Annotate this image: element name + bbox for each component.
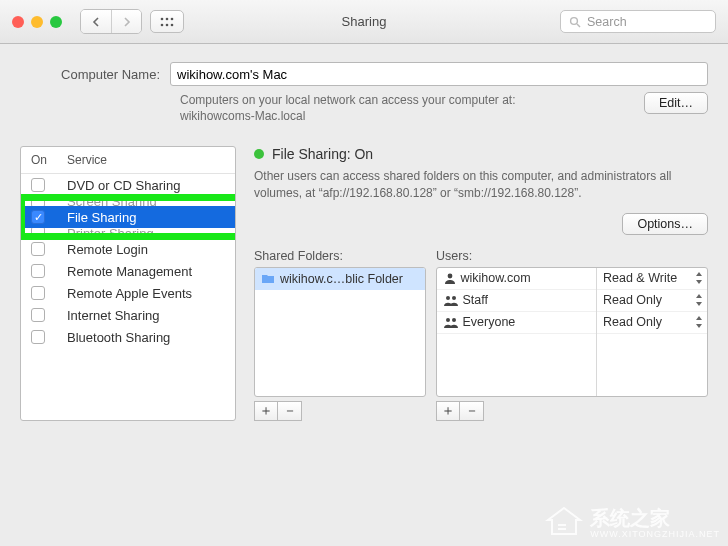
stepper-icon — [695, 294, 703, 306]
search-placeholder: Search — [587, 15, 627, 29]
options-button[interactable]: Options… — [622, 213, 708, 235]
service-list[interactable]: On Service DVD or CD Sharing Screen Shar… — [20, 146, 236, 420]
minimize-button[interactable] — [31, 16, 43, 28]
svg-point-0 — [161, 17, 164, 20]
svg-point-4 — [166, 23, 169, 26]
group-icon — [443, 294, 459, 306]
svg-point-6 — [571, 17, 578, 24]
house-icon — [544, 504, 584, 540]
shared-folders-label: Shared Folders: — [254, 249, 426, 263]
add-user-button[interactable]: ＋ — [436, 401, 460, 421]
checkbox[interactable] — [31, 242, 45, 256]
computer-name-help: Computers on your local network can acce… — [180, 92, 634, 124]
status-description: Other users can access shared folders on… — [254, 168, 708, 200]
service-row-remote-management[interactable]: Remote Management — [21, 260, 235, 282]
titlebar: Sharing Search — [0, 0, 728, 44]
detail-pane: File Sharing: On Other users can access … — [254, 146, 708, 420]
svg-point-2 — [171, 17, 174, 20]
users-label: Users: — [436, 249, 708, 263]
svg-point-5 — [171, 23, 174, 26]
svg-point-3 — [161, 23, 164, 26]
svg-point-10 — [452, 296, 456, 300]
svg-line-7 — [577, 24, 580, 27]
service-list-header: On Service — [21, 147, 235, 174]
nav-group — [80, 9, 142, 34]
service-row-dvd[interactable]: DVD or CD Sharing — [21, 174, 235, 196]
service-row-bluetooth-sharing[interactable]: Bluetooth Sharing — [21, 326, 235, 348]
list-item[interactable]: Staff — [437, 290, 596, 312]
service-row-internet-sharing[interactable]: Internet Sharing — [21, 304, 235, 326]
remove-user-button[interactable]: － — [460, 401, 484, 421]
list-item[interactable]: wikihow.c…blic Folder — [255, 268, 425, 290]
svg-rect-14 — [558, 528, 566, 530]
folder-icon — [261, 273, 275, 284]
content: Computer Name: Computers on your local n… — [0, 44, 728, 433]
service-row-file-sharing[interactable]: ✓ File Sharing — [21, 206, 235, 228]
svg-point-1 — [166, 17, 169, 20]
shared-folders-list[interactable]: wikihow.c…blic Folder — [254, 267, 426, 397]
chevron-right-icon — [123, 17, 131, 27]
computer-name-label: Computer Name: — [20, 67, 160, 82]
service-row-printer-sharing[interactable]: Printer Sharing — [21, 228, 235, 238]
permission-select[interactable]: Read Only — [597, 290, 707, 312]
svg-point-8 — [448, 274, 453, 279]
show-all-button[interactable] — [150, 10, 184, 33]
add-folder-button[interactable]: ＋ — [254, 401, 278, 421]
search-icon — [569, 16, 581, 28]
checkbox-checked[interactable]: ✓ — [31, 210, 45, 224]
user-icon — [443, 272, 457, 284]
permission-select[interactable]: Read Only — [597, 312, 707, 334]
stepper-icon — [695, 316, 703, 328]
svg-point-11 — [446, 318, 450, 322]
checkbox[interactable] — [31, 286, 45, 300]
service-row-remote-apple-events[interactable]: Remote Apple Events — [21, 282, 235, 304]
group-icon — [443, 316, 459, 328]
chevron-left-icon — [92, 17, 100, 27]
svg-point-9 — [446, 296, 450, 300]
watermark: 系统之家 WWW.XITONGZHIJIA.NET — [544, 504, 720, 540]
checkbox[interactable] — [31, 308, 45, 322]
back-button[interactable] — [81, 10, 111, 33]
svg-rect-13 — [558, 524, 566, 526]
edit-button[interactable]: Edit… — [644, 92, 708, 114]
checkbox[interactable] — [31, 228, 45, 238]
checkbox[interactable] — [31, 264, 45, 278]
window-controls — [12, 16, 62, 28]
forward-button[interactable] — [111, 10, 141, 33]
search-field[interactable]: Search — [560, 10, 716, 33]
close-button[interactable] — [12, 16, 24, 28]
users-list[interactable]: wikihow.com Staff Everyone — [436, 267, 708, 397]
list-item[interactable]: Everyone — [437, 312, 596, 334]
zoom-button[interactable] — [50, 16, 62, 28]
grid-icon — [160, 17, 174, 27]
stepper-icon — [695, 272, 703, 284]
computer-name-input[interactable] — [170, 62, 708, 86]
permission-select[interactable]: Read & Write — [597, 268, 707, 290]
service-row-screen-sharing[interactable]: Screen Sharing — [21, 196, 235, 206]
status-dot-icon — [254, 149, 264, 159]
checkbox[interactable] — [31, 330, 45, 344]
list-item[interactable]: wikihow.com — [437, 268, 596, 290]
service-row-remote-login[interactable]: Remote Login — [21, 238, 235, 260]
checkbox[interactable] — [31, 196, 45, 206]
status-title: File Sharing: On — [272, 146, 373, 162]
remove-folder-button[interactable]: － — [278, 401, 302, 421]
checkbox[interactable] — [31, 178, 45, 192]
svg-point-12 — [452, 318, 456, 322]
